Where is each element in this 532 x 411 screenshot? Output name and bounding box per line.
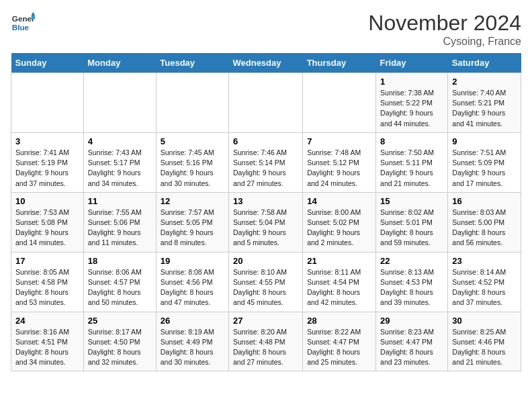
day-number: 7 [307,136,371,146]
calendar-cell: 28Sunrise: 8:22 AM Sunset: 4:47 PM Dayli… [303,312,376,371]
day-info: Sunrise: 8:22 AM Sunset: 4:47 PM Dayligh… [307,327,371,368]
header: General Blue November 2024 Cysoing, Fran… [11,11,521,48]
day-info: Sunrise: 8:02 AM Sunset: 5:01 PM Dayligh… [380,208,443,248]
calendar-cell: 21Sunrise: 8:11 AM Sunset: 4:54 PM Dayli… [303,252,376,312]
calendar-cell: 10Sunrise: 7:53 AM Sunset: 5:08 PM Dayli… [11,192,84,252]
weekday-header-tuesday: Tuesday [156,53,228,73]
calendar-cell: 19Sunrise: 8:08 AM Sunset: 4:56 PM Dayli… [156,252,228,312]
day-number: 6 [233,136,298,146]
calendar-cell [11,73,84,133]
calendar-cell: 1Sunrise: 7:38 AM Sunset: 5:22 PM Daylig… [376,73,448,133]
day-info: Sunrise: 8:20 AM Sunset: 4:48 PM Dayligh… [233,327,298,368]
calendar-cell: 6Sunrise: 7:46 AM Sunset: 5:14 PM Daylig… [228,132,302,192]
day-number: 19 [161,256,224,266]
day-number: 11 [88,196,152,206]
day-info: Sunrise: 7:45 AM Sunset: 5:16 PM Dayligh… [161,148,224,189]
day-info: Sunrise: 7:51 AM Sunset: 5:09 PM Dayligh… [452,148,517,189]
calendar-cell: 23Sunrise: 8:14 AM Sunset: 4:52 PM Dayli… [448,252,521,312]
day-info: Sunrise: 8:25 AM Sunset: 4:46 PM Dayligh… [452,327,517,368]
weekday-header-monday: Monday [83,53,156,73]
calendar-body: 1Sunrise: 7:38 AM Sunset: 5:22 PM Daylig… [11,73,521,371]
day-info: Sunrise: 7:58 AM Sunset: 5:04 PM Dayligh… [233,208,298,248]
day-info: Sunrise: 8:16 AM Sunset: 4:51 PM Dayligh… [15,327,79,368]
logo-icon: General Blue [11,11,35,35]
day-number: 9 [452,136,517,146]
day-info: Sunrise: 8:17 AM Sunset: 4:50 PM Dayligh… [88,327,152,368]
calendar-cell: 12Sunrise: 7:57 AM Sunset: 5:05 PM Dayli… [156,192,228,252]
calendar-cell: 18Sunrise: 8:06 AM Sunset: 4:57 PM Dayli… [83,252,156,312]
day-info: Sunrise: 8:05 AM Sunset: 4:58 PM Dayligh… [15,267,79,308]
weekday-header-friday: Friday [376,53,448,73]
day-number: 8 [380,136,443,146]
day-number: 20 [233,256,298,266]
day-info: Sunrise: 8:06 AM Sunset: 4:57 PM Dayligh… [88,267,152,308]
calendar-week-row: 24Sunrise: 8:16 AM Sunset: 4:51 PM Dayli… [11,312,521,371]
day-number: 1 [380,77,443,87]
day-info: Sunrise: 8:14 AM Sunset: 4:52 PM Dayligh… [452,267,517,308]
day-number: 29 [380,316,443,326]
day-info: Sunrise: 8:19 AM Sunset: 4:49 PM Dayligh… [161,327,224,368]
weekday-header-wednesday: Wednesday [228,53,302,73]
day-number: 10 [15,196,79,206]
calendar-cell: 13Sunrise: 7:58 AM Sunset: 5:04 PM Dayli… [228,192,302,252]
weekday-header-saturday: Saturday [448,53,521,73]
weekday-header-sunday: Sunday [11,53,84,73]
day-info: Sunrise: 7:57 AM Sunset: 5:05 PM Dayligh… [161,208,224,248]
svg-marker-3 [32,15,35,19]
calendar-cell: 4Sunrise: 7:43 AM Sunset: 5:17 PM Daylig… [83,132,156,192]
weekday-header-thursday: Thursday [303,53,376,73]
day-number: 27 [233,316,298,326]
day-info: Sunrise: 7:48 AM Sunset: 5:12 PM Dayligh… [307,148,371,189]
day-number: 12 [161,196,224,206]
day-number: 3 [15,136,79,146]
day-number: 15 [380,196,443,206]
calendar-cell [83,73,156,133]
day-info: Sunrise: 7:46 AM Sunset: 5:14 PM Dayligh… [233,148,298,189]
calendar-cell [303,73,376,133]
day-info: Sunrise: 7:38 AM Sunset: 5:22 PM Dayligh… [380,88,443,129]
calendar-cell: 25Sunrise: 8:17 AM Sunset: 4:50 PM Dayli… [83,312,156,371]
day-number: 22 [380,256,443,266]
day-number: 21 [307,256,371,266]
calendar-table: SundayMondayTuesdayWednesdayThursdayFrid… [11,53,521,371]
day-number: 23 [452,256,517,266]
calendar-week-row: 17Sunrise: 8:05 AM Sunset: 4:58 PM Dayli… [11,252,521,312]
calendar-cell [228,73,302,133]
day-info: Sunrise: 8:03 AM Sunset: 5:00 PM Dayligh… [452,208,517,248]
day-info: Sunrise: 7:53 AM Sunset: 5:08 PM Dayligh… [15,208,79,248]
calendar-cell: 2Sunrise: 7:40 AM Sunset: 5:21 PM Daylig… [448,73,521,133]
calendar-cell: 24Sunrise: 8:16 AM Sunset: 4:51 PM Dayli… [11,312,84,371]
day-number: 24 [15,316,79,326]
day-number: 26 [161,316,224,326]
calendar-cell: 3Sunrise: 7:41 AM Sunset: 5:19 PM Daylig… [11,132,84,192]
day-number: 5 [161,136,224,146]
day-info: Sunrise: 8:10 AM Sunset: 4:55 PM Dayligh… [233,267,298,308]
day-number: 18 [88,256,152,266]
day-number: 14 [307,196,371,206]
day-number: 2 [452,77,517,87]
day-info: Sunrise: 8:23 AM Sunset: 4:47 PM Dayligh… [380,327,443,368]
calendar-cell: 20Sunrise: 8:10 AM Sunset: 4:55 PM Dayli… [228,252,302,312]
day-info: Sunrise: 8:08 AM Sunset: 4:56 PM Dayligh… [161,267,224,308]
day-number: 4 [88,136,152,146]
location-title: Cysoing, France [368,36,521,48]
calendar-cell: 8Sunrise: 7:50 AM Sunset: 5:11 PM Daylig… [376,132,448,192]
day-number: 30 [452,316,517,326]
logo: General Blue [11,11,35,35]
day-number: 17 [15,256,79,266]
calendar-cell: 22Sunrise: 8:13 AM Sunset: 4:53 PM Dayli… [376,252,448,312]
day-info: Sunrise: 7:55 AM Sunset: 5:06 PM Dayligh… [88,208,152,248]
calendar-cell: 27Sunrise: 8:20 AM Sunset: 4:48 PM Dayli… [228,312,302,371]
calendar-cell: 26Sunrise: 8:19 AM Sunset: 4:49 PM Dayli… [156,312,228,371]
calendar-cell: 14Sunrise: 8:00 AM Sunset: 5:02 PM Dayli… [303,192,376,252]
calendar-cell: 30Sunrise: 8:25 AM Sunset: 4:46 PM Dayli… [448,312,521,371]
calendar-cell: 29Sunrise: 8:23 AM Sunset: 4:47 PM Dayli… [376,312,448,371]
month-title: November 2024 [368,11,521,36]
calendar-header-row: SundayMondayTuesdayWednesdayThursdayFrid… [11,53,521,73]
day-number: 16 [452,196,517,206]
calendar-cell: 5Sunrise: 7:45 AM Sunset: 5:16 PM Daylig… [156,132,228,192]
calendar-cell: 7Sunrise: 7:48 AM Sunset: 5:12 PM Daylig… [303,132,376,192]
title-area: November 2024 Cysoing, France [368,11,521,48]
day-info: Sunrise: 8:00 AM Sunset: 5:02 PM Dayligh… [307,208,371,248]
calendar-cell: 16Sunrise: 8:03 AM Sunset: 5:00 PM Dayli… [448,192,521,252]
